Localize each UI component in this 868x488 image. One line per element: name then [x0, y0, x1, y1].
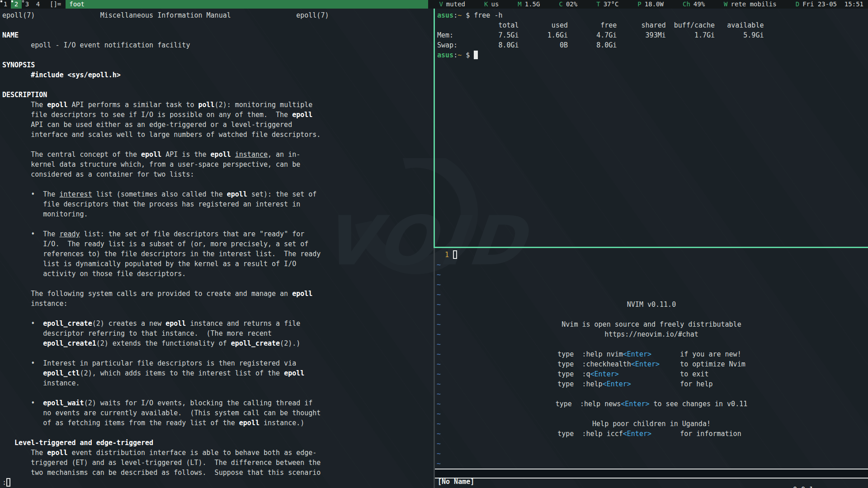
terminal-line: I/O. The ready list is a subset of (or, … [2, 239, 434, 249]
nvim-tilde: ~ [437, 290, 868, 300]
neovim-window[interactable]: 1 ~~~~~~~~~~~~~~~~~~~~~ NVIM v0.11.0 Nvi… [435, 248, 868, 488]
nvim-tilde: ~ [437, 439, 868, 449]
nvim-tilde: ~ [437, 260, 868, 270]
terminal-line: instance. [2, 378, 434, 388]
nvim-buffer-name: [No Name] [438, 478, 474, 486]
terminal-line: activity on those file descriptors. [2, 269, 434, 279]
terminal-line [2, 20, 434, 30]
bar-spacer [428, 0, 439, 9]
terminal-line: asus:~ $ [437, 50, 868, 60]
terminal-line: NAME [2, 30, 434, 40]
terminal-line: file descriptors that the process has re… [2, 199, 434, 209]
terminal-line: https://neovim.io/#chat [435, 329, 868, 339]
terminal-line: epoll_ctl(2), which adds items to the in… [2, 368, 434, 378]
terminal-line: no events are currently available. (This… [2, 408, 434, 418]
pager-prompt[interactable]: : [2, 478, 434, 488]
terminal-line [2, 80, 434, 90]
nvim-statusline: [No Name] 0,0-1 All [435, 469, 868, 479]
terminal-line: references to) the file descriptors in t… [2, 249, 434, 259]
workspace-1[interactable]: 1 [0, 0, 11, 9]
status-cpu: C02% [559, 0, 577, 9]
terminal-line: interface and scales well to large numbe… [2, 130, 434, 140]
status-memory: M1.5G [518, 0, 540, 9]
terminal-line: The following system calls are provided … [2, 289, 434, 299]
terminal-line: type :help nvim<Enter> if you are new! [435, 349, 868, 359]
status-wifi: Wrete mobilis [724, 0, 777, 9]
terminal-line: Swap: 8.0Gi 0B 8.0Gi [437, 40, 868, 50]
terminal-line: kernel data structure which, from a user… [2, 160, 434, 169]
terminal-line: The epoll API performs a similar task to… [2, 100, 434, 110]
terminal-line: Nvim is open source and freely distribut… [435, 319, 868, 329]
terminal-line [435, 310, 868, 319]
terminal-line: • Interest in particular file descriptor… [2, 358, 434, 368]
terminal-line [2, 279, 434, 289]
workspace-2[interactable]: 2 [11, 0, 22, 9]
terminal-line: Help poor children in Uganda! [435, 419, 868, 429]
terminal-line [2, 309, 434, 319]
terminal-line: 1 [437, 250, 868, 260]
terminal-line: type :help iccf<Enter> for information [435, 429, 868, 439]
nvim-tilde: ~ [437, 459, 868, 469]
terminal-line [435, 339, 868, 349]
nvim-buffer-line[interactable]: 1 [437, 250, 868, 260]
workspace-indicator [0, 0, 2, 2]
status-power: P18.0W [637, 0, 664, 9]
focus-border-horizontal [434, 247, 868, 248]
terminal-line: • epoll_wait(2) waits for I/O events, bl… [2, 398, 434, 408]
status-charge: Ch49% [683, 0, 705, 9]
terminal-line [2, 140, 434, 150]
terminal-line: type :q<Enter> to exit [435, 369, 868, 379]
terminal-line: type :checkhealth<Enter> to optimize Nvi… [435, 359, 868, 369]
terminal-line: list is dynamically populated by the ker… [2, 259, 434, 269]
terminal-line: total used free shared buff/cache availa… [437, 20, 868, 30]
terminal-line: API can be used either as an edge-trigge… [2, 120, 434, 130]
terminal-line: : [2, 478, 434, 488]
nvim-tilde: ~ [437, 270, 868, 280]
shell-output: asus:~ $ free -h total used free shared … [437, 10, 868, 60]
nvim-tilde: ~ [437, 449, 868, 459]
terminal-line: instance: [2, 299, 434, 309]
terminal-line: SYNOPSIS [2, 60, 434, 70]
terminal-line: Mem: 7.5Gi 1.6Gi 4.7Gi 393Mi 1.7Gi 5.9Gi [437, 30, 868, 40]
terminal-line: epoll - I/O event notification facility [2, 40, 434, 50]
workspace-3[interactable]: 3 [22, 0, 33, 9]
status-date: DFri 23-05 15:51 [796, 0, 863, 9]
workspace-list: 1234 [0, 0, 43, 9]
man-page-text: epoll(7) Miscellaneous Information Manua… [2, 10, 434, 478]
terminal-line [2, 388, 434, 398]
workspace-4[interactable]: 4 [33, 0, 43, 9]
layout-symbol[interactable]: []= [43, 0, 66, 9]
terminal-line: epoll(7) Miscellaneous Information Manua… [2, 10, 434, 20]
status-volume: Vmuted [439, 0, 465, 9]
terminal-line [2, 179, 434, 189]
terminal-line [2, 219, 434, 229]
terminal-line: type :help<Enter> for help [435, 379, 868, 389]
terminal-line: monitoring. [2, 209, 434, 219]
nvim-tilde: ~ [437, 280, 868, 290]
status-modules: VmutedKusM1.5GC02%T37°CP18.0WCh49%Wrete … [439, 0, 868, 9]
terminal-line: two mechanisms can be described as follo… [2, 468, 434, 478]
terminal-line: DESCRIPTION [2, 90, 434, 100]
terminal-line: Level-triggered and edge-triggered [2, 438, 434, 448]
terminal-shell[interactable]: asus:~ $ free -h total used free shared … [435, 9, 868, 247]
terminal-line: considered as a container for two lists: [2, 169, 434, 179]
workspace-indicator [22, 0, 24, 2]
terminal-line: The central concept of the epoll API is … [2, 150, 434, 160]
terminal-line: • The interest list (sometimes also call… [2, 189, 434, 199]
workspace-indicator [11, 0, 13, 2]
status-keyboard: Kus [484, 0, 499, 9]
terminal-line: asus:~ $ free -h [437, 10, 868, 20]
terminal-line: The epoll event distribution interface i… [2, 448, 434, 458]
terminal-line: file descriptors to see if I/O is possib… [2, 110, 434, 120]
terminal-line: triggered (ET) and as level-triggered (L… [2, 458, 434, 468]
terminal-line: descriptor referring to that instance. (… [2, 328, 434, 338]
terminal-line [2, 50, 434, 60]
terminal-line: epoll_create1(2) extends the functionali… [2, 338, 434, 348]
terminal-man-epoll[interactable]: epoll(7) Miscellaneous Information Manua… [0, 9, 434, 488]
terminal-line [2, 428, 434, 438]
status-bar: 1234 []= foot VmutedKusM1.5GC02%T37°CP18… [0, 0, 868, 9]
terminal-line: • epoll_create(2) creates a new epoll in… [2, 319, 434, 328]
focus-border-vertical [434, 9, 435, 247]
terminal-line [435, 409, 868, 419]
terminal-line: NVIM v0.11.0 [435, 300, 868, 310]
